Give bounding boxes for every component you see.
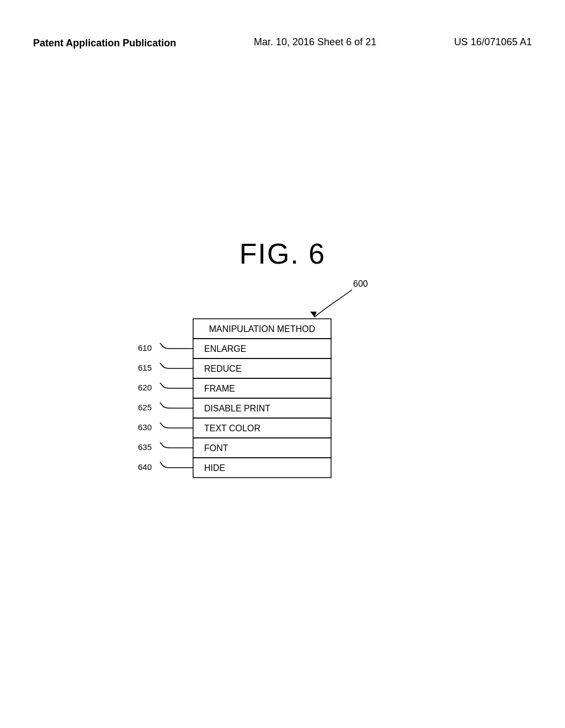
- ref-600-label: 600: [353, 279, 368, 288]
- ref-610-label: 610: [138, 343, 152, 352]
- row-font-text: FONT: [204, 443, 228, 453]
- ref-635-curve: [160, 442, 170, 448]
- ref-610-curve: [160, 343, 170, 349]
- ref-615-curve: [160, 363, 170, 368]
- diagram-svg: 600 MANIPULATION METHOD ENLARGE 610 REDU…: [83, 270, 469, 535]
- row-frame-text: FRAME: [204, 384, 235, 393]
- ref-615-label: 615: [138, 363, 152, 372]
- table-header-text: MANIPULATION METHOD: [209, 324, 316, 334]
- ref-630-curve: [160, 422, 170, 428]
- ref-635-label: 635: [138, 442, 152, 452]
- row-enlarge-text: ENLARGE: [204, 344, 246, 354]
- ref-620-label: 620: [138, 383, 152, 392]
- row-text-color-text: TEXT COLOR: [204, 424, 260, 433]
- ref-640-curve: [160, 462, 170, 468]
- ref-630-label: 630: [138, 422, 152, 432]
- row-hide-text: HIDE: [204, 463, 225, 473]
- ref-600-arrow: [315, 290, 352, 317]
- row-disable-print-text: DISABLE PRINT: [204, 404, 270, 413]
- patent-number-label: US 16/071065 A1: [454, 36, 532, 48]
- date-sheet-label: Mar. 10, 2016 Sheet 6 of 21: [254, 36, 376, 48]
- ref-625-curve: [160, 403, 170, 408]
- ref-640-label: 640: [138, 462, 152, 472]
- publication-label: Patent Application Publication: [33, 36, 176, 50]
- ref-620-curve: [160, 383, 170, 388]
- header: Patent Application Publication Mar. 10, …: [0, 36, 565, 50]
- page: Patent Application Publication Mar. 10, …: [0, 0, 565, 728]
- figure-title: FIG. 6: [239, 237, 326, 270]
- row-reduce-text: REDUCE: [204, 364, 242, 373]
- ref-625-label: 625: [138, 403, 152, 412]
